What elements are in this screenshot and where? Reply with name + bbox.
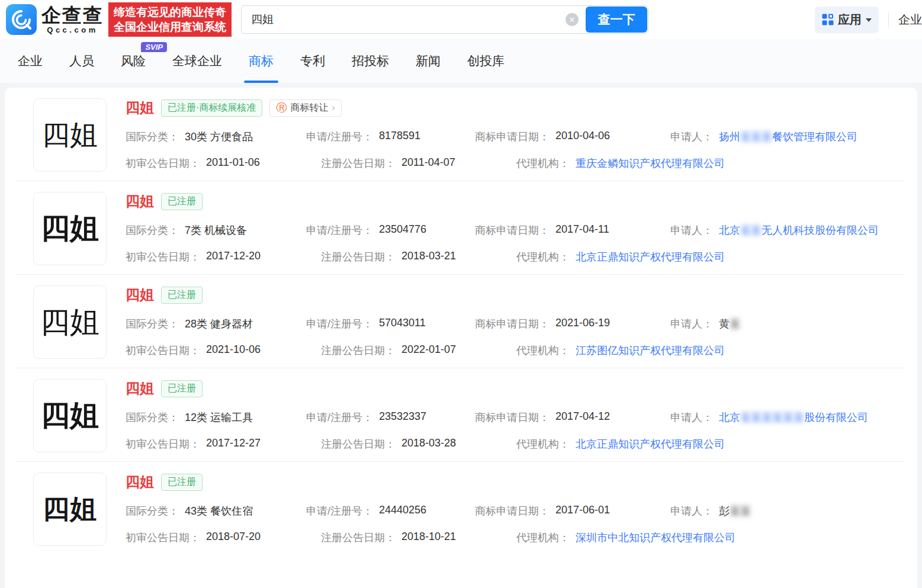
slogan-banner: 缔造有远见的商业传奇 全国企业信用查询系统 <box>108 2 232 37</box>
reg-announce-date-value: 2011-04-07 <box>401 156 455 171</box>
transfer-badge[interactable]: Ⓡ 商标转让 › <box>269 99 342 117</box>
redacted-text: 某 <box>730 318 740 330</box>
trademark-image[interactable]: 四姐 <box>33 98 107 172</box>
label-agency: 代理机构： <box>516 343 570 358</box>
label-intl-class: 国际分类： <box>126 410 179 425</box>
tab-people[interactable]: 人员 <box>69 39 94 83</box>
status-badge: 已注册 <box>161 287 203 304</box>
agency-link[interactable]: 重庆金鳞知识产权代理有限公司 <box>576 156 725 171</box>
label-agency: 代理机构： <box>516 437 570 451</box>
enterprise-link[interactable]: 企业 <box>898 12 922 28</box>
trademark-image-text: 四姐 <box>40 303 99 342</box>
redacted-text: 某某某某某某 <box>740 412 804 423</box>
header: 企查查 Qcc.com 缔造有远见的商业传奇 全国企业信用查询系统 ✕ 查一下 … <box>0 0 922 39</box>
trademark-image[interactable]: 四姐 <box>33 473 107 546</box>
redacted-text: 某某 <box>740 224 762 236</box>
trademark-image-text: 四姐 <box>43 491 97 527</box>
first-trial-date-value: 2011-01-06 <box>206 156 260 171</box>
qcc-logo[interactable]: 企查查 Qcc.com <box>6 4 104 35</box>
trademark-image[interactable]: 四姐 <box>33 285 107 359</box>
intl-class-value: 7类 机械设备 <box>185 223 247 237</box>
reg-announce-date-value: 2018-03-28 <box>401 437 456 451</box>
status-badge: 已注册 <box>161 474 203 491</box>
intl-class-value: 43类 餐饮住宿 <box>185 504 253 518</box>
tab-trademark[interactable]: 商标 <box>249 39 274 83</box>
trademark-row: 四姐 四姐 已注册 国际分类：28类 健身器材 申请/注册号：57043011 … <box>17 274 905 368</box>
applicant-link[interactable]: 北京某某某某某某股份有限公司 <box>719 410 868 425</box>
label-apply-date: 商标申请日期： <box>475 317 550 331</box>
tab-global-enterprise[interactable]: 全球企业 <box>172 39 222 83</box>
registered-icon: Ⓡ <box>276 102 287 113</box>
apply-date-value: 2017-04-11 <box>555 223 609 237</box>
chevron-down-icon <box>866 18 872 22</box>
redacted-text: 某某某 <box>740 131 772 143</box>
apply-date-value: 2017-04-12 <box>555 410 610 425</box>
chevron-right-icon: › <box>332 102 335 114</box>
apply-date-value: 2017-06-01 <box>555 504 610 518</box>
qcc-logo-icon <box>6 4 37 35</box>
tab-bidding[interactable]: 招投标 <box>352 39 389 83</box>
tab-news[interactable]: 新闻 <box>416 39 441 83</box>
trademark-image-text: 四姐 <box>41 209 99 248</box>
agency-link[interactable]: 深圳市中北知识产权代理有限公司 <box>576 531 735 545</box>
trademark-title[interactable]: 四姐 <box>126 285 154 304</box>
trademark-title[interactable]: 四姐 <box>126 379 154 398</box>
trademark-image-text: 四姐 <box>41 396 99 435</box>
label-reg-no: 申请/注册号： <box>306 317 373 331</box>
label-reg-no: 申请/注册号： <box>306 410 373 425</box>
agency-link[interactable]: 北京正鼎知识产权代理有限公司 <box>576 437 725 451</box>
label-intl-class: 国际分类： <box>126 504 179 518</box>
reg-announce-date-value: 2018-10-21 <box>401 531 456 545</box>
tab-patent[interactable]: 专利 <box>300 39 325 83</box>
first-trial-date-value: 2021-10-06 <box>206 343 261 358</box>
applicant-link[interactable]: 北京某某无人机科技股份有限公司 <box>719 223 879 237</box>
trademark-row: 四姐 四姐 已注册 国际分类：43类 餐饮住宿 申请/注册号：24440256 … <box>17 461 905 555</box>
trademark-row: 四姐 四姐 已注册 国际分类：12类 运输工具 申请/注册号：23532337 … <box>17 368 905 461</box>
tab-risk-label: 风险 <box>121 53 146 69</box>
slogan-line1: 缔造有远见的商业传奇 <box>114 5 226 20</box>
logo-name: 企查查 <box>41 5 104 25</box>
status-badge: 已注册 <box>161 380 203 397</box>
first-trial-date-value: 2017-12-20 <box>206 250 261 264</box>
clear-icon[interactable]: ✕ <box>566 13 579 26</box>
status-badge: 已注册·商标续展核准 <box>161 99 262 117</box>
label-reg-no: 申请/注册号： <box>306 504 373 518</box>
search-button[interactable]: 查一下 <box>586 7 647 33</box>
tab-vc[interactable]: 创投库 <box>467 39 505 83</box>
label-apply-date: 商标申请日期： <box>475 410 550 425</box>
label-reg-no: 申请/注册号： <box>306 223 373 237</box>
label-first-trial-date: 初审公告日期： <box>126 343 200 358</box>
label-agency: 代理机构： <box>516 531 570 545</box>
label-applicant: 申请人： <box>670 504 713 518</box>
agency-link[interactable]: 江苏图亿知识产权代理有限公司 <box>576 343 725 358</box>
tab-risk[interactable]: 风险 SVIP <box>121 39 146 83</box>
tab-enterprise[interactable]: 企业 <box>18 39 43 83</box>
svip-badge: SVIP <box>141 42 167 52</box>
apply-date-value: 2021-06-19 <box>555 317 610 331</box>
applicant-name: 黄某 <box>719 317 740 331</box>
logo-domain: Qcc.com <box>47 25 98 34</box>
label-agency: 代理机构： <box>516 156 570 171</box>
trademark-title[interactable]: 四姐 <box>126 192 154 211</box>
results-list: 四姐 四姐 已注册·商标续展核准 Ⓡ 商标转让 › 国际分类：30类 方便食品 … <box>5 88 917 588</box>
reg-announce-date-value: 2022-01-07 <box>401 343 456 358</box>
label-reg-announce-date: 注册公告日期： <box>321 343 396 358</box>
trademark-image[interactable]: 四姐 <box>33 379 107 452</box>
nav-tabs: 企业 人员 风险 SVIP 全球企业 商标 专利 招投标 新闻 创投库 <box>0 39 922 83</box>
applicant-link[interactable]: 扬州某某某餐饮管理有限公司 <box>719 130 857 144</box>
reg-no-value: 8178591 <box>379 130 420 144</box>
agency-link[interactable]: 北京正鼎知识产权代理有限公司 <box>576 250 725 264</box>
trademark-title[interactable]: 四姐 <box>126 98 154 117</box>
trademark-title[interactable]: 四姐 <box>126 473 154 491</box>
trademark-row: 四姐 四姐 已注册·商标续展核准 Ⓡ 商标转让 › 国际分类：30类 方便食品 … <box>17 88 905 181</box>
label-apply-date: 商标申请日期： <box>475 223 550 237</box>
trademark-image[interactable]: 四姐 <box>33 192 107 265</box>
trademark-image-text: 四姐 <box>42 117 98 154</box>
apps-label: 应用 <box>838 12 862 28</box>
applicant-name: 彭某某 <box>719 504 751 518</box>
transfer-label: 商标转让 <box>290 102 328 114</box>
search-input[interactable] <box>242 13 566 26</box>
label-reg-announce-date: 注册公告日期： <box>321 531 396 545</box>
apps-button[interactable]: 应用 <box>815 7 879 33</box>
apps-grid-icon <box>822 14 834 25</box>
